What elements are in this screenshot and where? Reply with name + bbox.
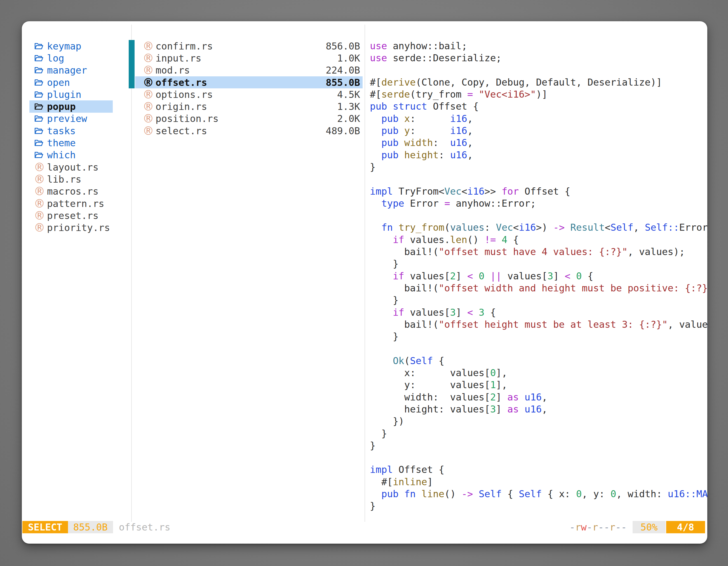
file-name: input.rs [156, 53, 201, 64]
sidebar-item-layout-rs[interactable]: ®layout.rs [29, 161, 113, 173]
file-size: 2.0K [337, 113, 360, 124]
code-line: bail!("offset width and height must be p… [370, 282, 707, 294]
code-line: } [370, 294, 707, 306]
code-line: #[inline] [370, 476, 707, 488]
code-line: use anyhow::bail; [370, 40, 707, 52]
open-folder-icon [34, 138, 43, 148]
sidebar-item-keymap[interactable]: keymap [29, 40, 113, 52]
code-line: height: values[3] as u16, [370, 403, 707, 415]
file-row-select-rs[interactable]: ®select.rs489.0B [135, 125, 363, 137]
sidebar-item-label: tasks [47, 125, 76, 137]
rust-file-icon: ® [34, 175, 43, 184]
file-row-confirm-rs[interactable]: ®confirm.rs856.0B [135, 40, 363, 52]
pane-divider-left [131, 25, 132, 522]
sidebar-item-theme[interactable]: theme [29, 137, 113, 149]
sidebar-item-label: lib.rs [47, 174, 81, 185]
open-folder-icon [34, 78, 43, 87]
file-row-origin-rs[interactable]: ®origin.rs1.3K [135, 100, 363, 112]
code-line: } [370, 161, 707, 173]
sidebar-item-preset-rs[interactable]: ®preset.rs [29, 210, 113, 222]
sidebar-item-macros-rs[interactable]: ®macros.rs [29, 186, 113, 198]
code-line: } [370, 330, 707, 342]
scroll-percent-chip: 50% [633, 521, 665, 533]
rust-file-icon: ® [34, 211, 43, 220]
code-line: if values.len() != 4 { [370, 234, 707, 246]
file-size: 855.0B [326, 77, 360, 88]
code-line: #[serde(try_from = "Vec<i16>")] [370, 88, 707, 100]
sidebar-item-label: which [47, 149, 76, 161]
rust-file-icon: ® [143, 78, 152, 87]
code-line: pub struct Offset { [370, 100, 707, 112]
file-row-input-rs[interactable]: ®input.rs1.0K [135, 52, 363, 64]
yazi-window: keymaplogmanageropenpluginpopuppreviewta… [22, 21, 707, 544]
file-row-offset-rs[interactable]: ®offset.rs855.0B [135, 76, 363, 88]
sidebar-item-label: plugin [47, 89, 81, 100]
rust-file-icon: ® [143, 65, 152, 75]
sidebar-item-label: theme [47, 137, 76, 149]
code-line: fn try_from(values: Vec<i16>) -> Result<… [370, 222, 707, 234]
code-line: x: values[0], [370, 367, 707, 379]
file-name: options.rs [156, 89, 213, 100]
mode-badge: SELECT [22, 521, 68, 533]
code-line: } [370, 500, 707, 512]
rust-file-icon: ® [34, 223, 43, 233]
sidebar-item-pattern-rs[interactable]: ®pattern.rs [29, 198, 113, 210]
code-line: type Error = anyhow::Error; [370, 198, 707, 210]
open-folder-icon [34, 41, 43, 51]
sidebar-item-open[interactable]: open [29, 76, 113, 88]
code-line: pub height: u16, [370, 149, 707, 161]
sidebar-item-label: manager [47, 65, 87, 76]
sidebar-item-tasks[interactable]: tasks [29, 125, 113, 137]
code-line: impl TryFrom<Vec<i16>> for Offset { [370, 186, 707, 198]
code-line: if values[2] < 0 || values[3] < 0 { [370, 270, 707, 282]
code-line: } [370, 258, 707, 270]
rust-file-icon: ® [143, 102, 152, 111]
file-size: 489.0B [326, 125, 360, 137]
code-line: }) [370, 415, 707, 427]
open-folder-icon [34, 126, 43, 136]
sidebar-item-priority-rs[interactable]: ®priority.rs [29, 222, 113, 234]
file-name: select.rs [156, 125, 207, 137]
rust-file-icon: ® [143, 41, 152, 51]
sidebar-item-which[interactable]: which [29, 149, 113, 161]
sidebar-item-preview[interactable]: preview [29, 113, 113, 125]
sidebar-item-lib-rs[interactable]: ®lib.rs [29, 173, 113, 185]
sidebar-item-label: log [47, 53, 64, 64]
sidebar-item-label: popup [47, 101, 76, 112]
rust-file-icon: ® [143, 126, 152, 136]
file-row-position-rs[interactable]: ®position.rs2.0K [135, 113, 363, 125]
file-size: 1.3K [337, 101, 360, 112]
sidebar-item-label: pattern.rs [47, 198, 104, 209]
status-filename: offset.rs [119, 522, 170, 533]
file-size: 4.5K [337, 89, 360, 100]
code-line: pub x: i16, [370, 113, 707, 125]
open-folder-icon [34, 53, 43, 63]
parent-directory-list: keymaplogmanageropenpluginpopuppreviewta… [29, 40, 113, 234]
code-line: } [370, 427, 707, 440]
sidebar-item-label: open [47, 77, 70, 88]
rust-file-icon: ® [143, 114, 152, 123]
sidebar-item-manager[interactable]: manager [29, 64, 113, 76]
code-line: width: values[2] as u16, [370, 391, 707, 403]
rust-file-icon: ® [34, 163, 43, 172]
file-name: mod.rs [156, 65, 190, 76]
code-line: pub width: u16, [370, 137, 707, 149]
sidebar-item-popup[interactable]: popup [29, 100, 113, 112]
pane-divider-right [365, 25, 365, 522]
file-row-options-rs[interactable]: ®options.rs4.5K [135, 88, 363, 100]
sidebar-item-plugin[interactable]: plugin [29, 88, 113, 100]
rust-file-icon: ® [143, 90, 152, 99]
file-row-mod-rs[interactable]: ®mod.rs224.0B [135, 64, 363, 76]
open-folder-icon [34, 90, 43, 99]
file-name: confirm.rs [156, 41, 213, 52]
file-size: 856.0B [326, 41, 360, 52]
open-folder-icon [34, 65, 43, 75]
code-line: use serde::Deserialize; [370, 52, 707, 64]
sidebar-item-label: keymap [47, 41, 81, 52]
code-line: Ok(Self { [370, 355, 707, 367]
code-line: impl Offset { [370, 464, 707, 476]
sidebar-item-log[interactable]: log [29, 52, 113, 64]
code-line: #[derive(Clone, Copy, Debug, Default, De… [370, 76, 707, 88]
code-line: if values[3] < 3 { [370, 306, 707, 318]
file-size: 224.0B [326, 65, 360, 76]
